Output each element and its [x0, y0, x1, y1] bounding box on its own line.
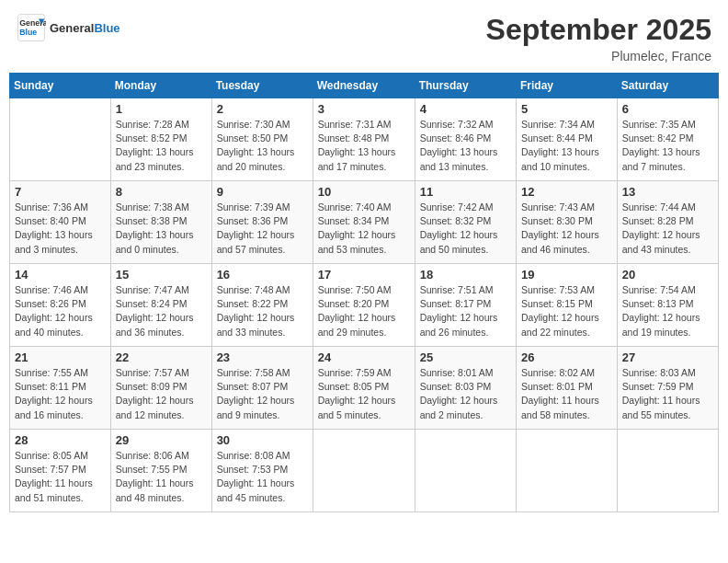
- day-info: Sunrise: 7:47 AM Sunset: 8:24 PM Dayligh…: [116, 283, 207, 339]
- calendar-cell: 18Sunrise: 7:51 AM Sunset: 8:17 PM Dayli…: [415, 264, 516, 347]
- day-info: Sunrise: 7:31 AM Sunset: 8:48 PM Dayligh…: [318, 118, 410, 174]
- calendar-cell: [617, 430, 718, 512]
- day-info: Sunrise: 8:02 AM Sunset: 8:01 PM Dayligh…: [521, 366, 612, 422]
- day-info: Sunrise: 8:03 AM Sunset: 7:59 PM Dayligh…: [622, 366, 713, 422]
- day-header-monday: Monday: [110, 74, 211, 98]
- day-number: 26: [521, 350, 612, 364]
- day-header-friday: Friday: [517, 74, 618, 98]
- day-number: 12: [521, 185, 612, 199]
- calendar-cell: 12Sunrise: 7:43 AM Sunset: 8:30 PM Dayli…: [517, 181, 618, 264]
- day-info: Sunrise: 7:57 AM Sunset: 8:09 PM Dayligh…: [116, 366, 207, 422]
- calendar-cell: 23Sunrise: 7:58 AM Sunset: 8:07 PM Dayli…: [211, 347, 313, 430]
- day-info: Sunrise: 7:58 AM Sunset: 8:07 PM Dayligh…: [217, 366, 308, 422]
- day-info: Sunrise: 7:30 AM Sunset: 8:50 PM Dayligh…: [217, 118, 308, 174]
- day-info: Sunrise: 7:51 AM Sunset: 8:17 PM Dayligh…: [420, 283, 511, 339]
- calendar-cell: 26Sunrise: 8:02 AM Sunset: 8:01 PM Dayli…: [517, 347, 618, 430]
- day-info: Sunrise: 7:53 AM Sunset: 8:15 PM Dayligh…: [521, 283, 612, 339]
- day-header-sunday: Sunday: [10, 74, 111, 98]
- day-info: Sunrise: 7:46 AM Sunset: 8:26 PM Dayligh…: [15, 283, 106, 339]
- logo-text: GeneralBlue: [50, 21, 120, 35]
- day-number: 14: [15, 268, 106, 282]
- calendar-week-row: 7Sunrise: 7:36 AM Sunset: 8:40 PM Daylig…: [10, 181, 719, 264]
- calendar-cell: 2Sunrise: 7:30 AM Sunset: 8:50 PM Daylig…: [211, 98, 313, 181]
- calendar-cell: 8Sunrise: 7:38 AM Sunset: 8:38 PM Daylig…: [110, 181, 211, 264]
- calendar-week-row: 14Sunrise: 7:46 AM Sunset: 8:26 PM Dayli…: [10, 264, 719, 347]
- title-block: September 2025 Plumelec, France: [486, 13, 711, 63]
- calendar-cell: [415, 430, 516, 512]
- day-number: 29: [116, 433, 207, 447]
- day-number: 17: [318, 268, 410, 282]
- calendar-cell: 27Sunrise: 8:03 AM Sunset: 7:59 PM Dayli…: [617, 347, 718, 430]
- calendar-cell: 11Sunrise: 7:42 AM Sunset: 8:32 PM Dayli…: [415, 181, 516, 264]
- calendar-cell: 15Sunrise: 7:47 AM Sunset: 8:24 PM Dayli…: [110, 264, 211, 347]
- day-info: Sunrise: 7:35 AM Sunset: 8:42 PM Dayligh…: [622, 118, 713, 174]
- day-info: Sunrise: 7:44 AM Sunset: 8:28 PM Dayligh…: [622, 201, 713, 257]
- day-info: Sunrise: 7:34 AM Sunset: 8:44 PM Dayligh…: [521, 118, 612, 174]
- day-number: 2: [217, 102, 308, 116]
- day-number: 28: [15, 433, 106, 447]
- calendar-header-row: SundayMondayTuesdayWednesdayThursdayFrid…: [10, 74, 719, 98]
- day-number: 21: [15, 350, 106, 364]
- calendar-cell: 29Sunrise: 8:06 AM Sunset: 7:55 PM Dayli…: [110, 430, 211, 512]
- calendar-cell: 30Sunrise: 8:08 AM Sunset: 7:53 PM Dayli…: [211, 430, 313, 512]
- day-info: Sunrise: 7:36 AM Sunset: 8:40 PM Dayligh…: [15, 201, 106, 257]
- calendar-cell: 19Sunrise: 7:53 AM Sunset: 8:15 PM Dayli…: [517, 264, 618, 347]
- day-header-wednesday: Wednesday: [313, 74, 415, 98]
- day-info: Sunrise: 7:38 AM Sunset: 8:38 PM Dayligh…: [116, 201, 207, 257]
- calendar-week-row: 21Sunrise: 7:55 AM Sunset: 8:11 PM Dayli…: [10, 347, 719, 430]
- day-info: Sunrise: 7:28 AM Sunset: 8:52 PM Dayligh…: [116, 118, 207, 174]
- calendar-week-row: 28Sunrise: 8:05 AM Sunset: 7:57 PM Dayli…: [10, 430, 719, 512]
- calendar-cell: 10Sunrise: 7:40 AM Sunset: 8:34 PM Dayli…: [313, 181, 415, 264]
- calendar-cell: 9Sunrise: 7:39 AM Sunset: 8:36 PM Daylig…: [211, 181, 313, 264]
- day-number: 3: [318, 102, 410, 116]
- calendar-cell: 28Sunrise: 8:05 AM Sunset: 7:57 PM Dayli…: [10, 430, 111, 512]
- day-info: Sunrise: 7:39 AM Sunset: 8:36 PM Dayligh…: [217, 201, 308, 257]
- day-header-thursday: Thursday: [415, 74, 516, 98]
- day-number: 19: [521, 268, 612, 282]
- day-info: Sunrise: 7:43 AM Sunset: 8:30 PM Dayligh…: [521, 201, 612, 257]
- day-number: 9: [217, 185, 308, 199]
- day-info: Sunrise: 8:08 AM Sunset: 7:53 PM Dayligh…: [217, 449, 308, 505]
- svg-text:Blue: Blue: [19, 28, 37, 37]
- day-number: 24: [318, 350, 410, 364]
- day-number: 22: [116, 350, 207, 364]
- calendar-cell: 24Sunrise: 7:59 AM Sunset: 8:05 PM Dayli…: [313, 347, 415, 430]
- day-number: 30: [217, 433, 308, 447]
- day-number: 10: [318, 185, 410, 199]
- calendar-cell: 17Sunrise: 7:50 AM Sunset: 8:20 PM Dayli…: [313, 264, 415, 347]
- subtitle: Plumelec, France: [486, 49, 711, 63]
- day-number: 6: [622, 102, 713, 116]
- day-number: 25: [420, 350, 511, 364]
- day-info: Sunrise: 7:59 AM Sunset: 8:05 PM Dayligh…: [318, 366, 410, 422]
- day-info: Sunrise: 7:40 AM Sunset: 8:34 PM Dayligh…: [318, 201, 410, 257]
- day-number: 1: [116, 102, 207, 116]
- calendar-cell: 3Sunrise: 7:31 AM Sunset: 8:48 PM Daylig…: [313, 98, 415, 181]
- calendar-cell: [10, 98, 111, 181]
- calendar-cell: [313, 430, 415, 512]
- calendar-cell: 5Sunrise: 7:34 AM Sunset: 8:44 PM Daylig…: [517, 98, 618, 181]
- day-info: Sunrise: 7:48 AM Sunset: 8:22 PM Dayligh…: [217, 283, 308, 339]
- calendar-cell: 25Sunrise: 8:01 AM Sunset: 8:03 PM Dayli…: [415, 347, 516, 430]
- calendar-cell: 22Sunrise: 7:57 AM Sunset: 8:09 PM Dayli…: [110, 347, 211, 430]
- day-number: 18: [420, 268, 511, 282]
- logo-icon: General Blue: [17, 13, 46, 42]
- calendar-cell: [517, 430, 618, 512]
- day-header-tuesday: Tuesday: [211, 74, 313, 98]
- day-number: 5: [521, 102, 612, 116]
- calendar-cell: 6Sunrise: 7:35 AM Sunset: 8:42 PM Daylig…: [617, 98, 718, 181]
- day-info: Sunrise: 8:05 AM Sunset: 7:57 PM Dayligh…: [15, 449, 106, 505]
- day-info: Sunrise: 7:42 AM Sunset: 8:32 PM Dayligh…: [420, 201, 511, 257]
- calendar-cell: 1Sunrise: 7:28 AM Sunset: 8:52 PM Daylig…: [110, 98, 211, 181]
- day-info: Sunrise: 8:01 AM Sunset: 8:03 PM Dayligh…: [420, 366, 511, 422]
- day-header-saturday: Saturday: [617, 74, 718, 98]
- calendar-cell: 20Sunrise: 7:54 AM Sunset: 8:13 PM Dayli…: [617, 264, 718, 347]
- calendar-table: SundayMondayTuesdayWednesdayThursdayFrid…: [9, 73, 719, 512]
- calendar-cell: 14Sunrise: 7:46 AM Sunset: 8:26 PM Dayli…: [10, 264, 111, 347]
- calendar-cell: 21Sunrise: 7:55 AM Sunset: 8:11 PM Dayli…: [10, 347, 111, 430]
- calendar-cell: 16Sunrise: 7:48 AM Sunset: 8:22 PM Dayli…: [211, 264, 313, 347]
- day-info: Sunrise: 7:55 AM Sunset: 8:11 PM Dayligh…: [15, 366, 106, 422]
- day-number: 7: [15, 185, 106, 199]
- main-title: September 2025: [486, 13, 711, 47]
- page-header: General Blue GeneralBlue September 2025 …: [9, 9, 719, 67]
- calendar-week-row: 1Sunrise: 7:28 AM Sunset: 8:52 PM Daylig…: [10, 98, 719, 181]
